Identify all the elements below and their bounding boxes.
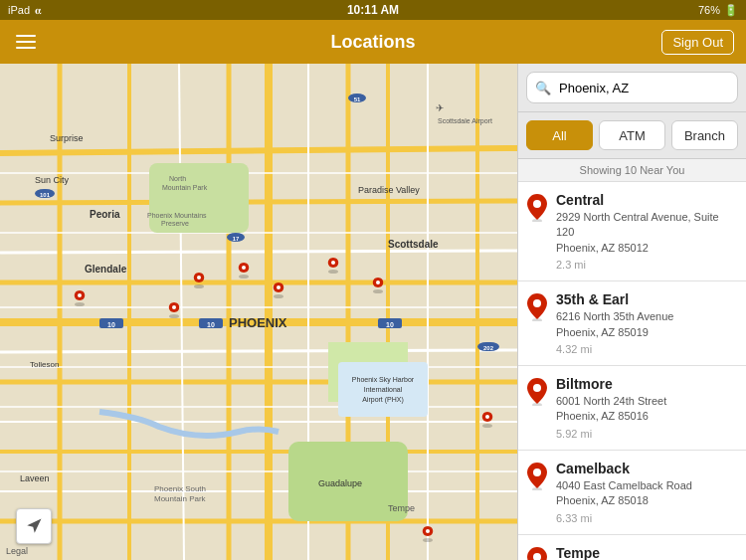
list-item[interactable]: 35th & Earl 6216 North 35th AvenuePhoeni… [518, 281, 746, 366]
search-container: 🔍 [518, 64, 746, 112]
filter-branch-button[interactable]: Branch [671, 120, 738, 150]
svg-point-79 [277, 285, 280, 289]
ipad-label: iPad [8, 4, 30, 16]
svg-text:Guadalupe: Guadalupe [318, 478, 362, 488]
location-info: Biltmore 6001 North 24th StreetPhoenix, … [556, 376, 738, 440]
pin-icon [526, 463, 548, 494]
svg-text:Phoenix Mountains: Phoenix Mountains [147, 212, 207, 219]
location-info: Tempe 1400 East Southern AvenueTempe, AZ… [556, 545, 738, 560]
svg-text:Mountain Park: Mountain Park [162, 184, 208, 191]
right-panel: 🔍 All ATM Branch Showing 10 Near You C [517, 64, 746, 560]
svg-point-70 [75, 302, 85, 306]
svg-text:PHOENIX: PHOENIX [229, 315, 287, 330]
svg-point-88 [533, 200, 541, 208]
location-list[interactable]: Central 2929 North Central Avenue, Suite… [518, 182, 746, 560]
location-address: 2929 North Central Avenue, Suite 120Phoe… [556, 210, 738, 256]
svg-point-92 [533, 384, 541, 392]
page-title: Locations [330, 32, 415, 53]
svg-text:17: 17 [233, 236, 240, 242]
svg-point-77 [242, 266, 246, 270]
location-name: 35th & Earl [556, 291, 738, 307]
svg-point-85 [426, 529, 430, 533]
battery-icon: 🔋 [724, 4, 738, 17]
svg-text:10: 10 [107, 321, 115, 328]
svg-text:Laveen: Laveen [20, 473, 50, 483]
list-item[interactable]: Central 2929 North Central Avenue, Suite… [518, 182, 746, 281]
list-item[interactable]: Camelback 4040 East Camelback RoadPhoeni… [518, 451, 746, 535]
search-icon: 🔍 [535, 81, 551, 95]
pin-icon [526, 378, 548, 410]
pin-icon [526, 194, 548, 226]
svg-point-69 [331, 261, 335, 265]
svg-text:Preserve: Preserve [161, 220, 189, 227]
svg-text:Surprise: Surprise [50, 133, 84, 143]
svg-point-73 [172, 305, 176, 309]
svg-text:10: 10 [386, 321, 394, 328]
pin-icon [526, 293, 548, 325]
svg-text:Airport (PHX): Airport (PHX) [362, 396, 404, 404]
svg-text:202: 202 [483, 345, 494, 351]
svg-point-83 [485, 415, 489, 419]
svg-point-81 [376, 280, 380, 284]
svg-text:Tolleson: Tolleson [30, 360, 59, 369]
map-image: 10 10 10 101 51 17 202 Phoenix Sky Harbo… [0, 64, 517, 560]
filter-all-button[interactable]: All [526, 120, 593, 150]
svg-point-80 [373, 289, 383, 293]
svg-text:North: North [169, 175, 186, 182]
status-right: 76% 🔋 [698, 4, 738, 17]
svg-text:Paradise Valley: Paradise Valley [358, 185, 420, 195]
location-name: Biltmore [556, 376, 738, 392]
location-name: Central [556, 192, 738, 208]
svg-text:Peoria: Peoria [90, 209, 120, 220]
pin-icon [526, 547, 548, 560]
svg-text:101: 101 [40, 192, 51, 198]
location-address: 6216 North 35th AvenuePhoenix, AZ 85019 [556, 309, 738, 340]
header: Locations Sign Out [0, 20, 746, 64]
location-distance: 2.3 mi [556, 259, 738, 271]
svg-text:Tempe: Tempe [388, 503, 415, 513]
status-bar: iPad 𝛂 10:11 AM 76% 🔋 [0, 0, 746, 20]
sign-out-button[interactable]: Sign Out [661, 30, 734, 55]
svg-point-71 [78, 293, 82, 297]
svg-text:51: 51 [354, 96, 361, 102]
svg-marker-86 [27, 519, 41, 533]
search-input[interactable] [526, 72, 738, 103]
location-info: 35th & Earl 6216 North 35th AvenuePhoeni… [556, 291, 738, 355]
location-info: Central 2929 North Central Avenue, Suite… [556, 192, 738, 271]
svg-text:✈: ✈ [436, 102, 444, 113]
svg-point-68 [328, 270, 338, 274]
status-left: iPad 𝛂 [8, 4, 42, 17]
my-location-button[interactable] [16, 508, 52, 544]
list-item[interactable]: Tempe 1400 East Southern AvenueTempe, AZ… [518, 535, 746, 560]
location-distance: 6.33 mi [556, 512, 738, 524]
svg-point-82 [482, 424, 492, 428]
filter-atm-button[interactable]: ATM [599, 120, 665, 150]
location-info: Camelback 4040 East Camelback RoadPhoeni… [556, 461, 738, 524]
svg-point-75 [197, 276, 201, 280]
svg-point-72 [169, 314, 179, 318]
svg-point-76 [239, 275, 249, 279]
location-distance: 5.92 mi [556, 428, 738, 440]
svg-text:Scottsdale Airport: Scottsdale Airport [438, 117, 492, 125]
wifi-icon: 𝛂 [35, 4, 42, 17]
svg-point-84 [423, 538, 433, 542]
svg-text:Glendale: Glendale [85, 264, 127, 275]
svg-text:Scottsdale: Scottsdale [388, 239, 439, 250]
svg-line-3 [0, 251, 517, 253]
svg-text:Sun City: Sun City [35, 175, 70, 185]
list-item[interactable]: Biltmore 6001 North 24th StreetPhoenix, … [518, 366, 746, 451]
search-wrapper: 🔍 [526, 72, 738, 103]
menu-button[interactable] [12, 31, 40, 53]
location-name: Tempe [556, 545, 738, 560]
svg-line-6 [0, 350, 517, 352]
map-area[interactable]: 10 10 10 101 51 17 202 Phoenix Sky Harbo… [0, 64, 517, 560]
svg-point-74 [194, 284, 204, 288]
location-address: 6001 North 24th StreetPhoenix, AZ 85016 [556, 394, 738, 425]
svg-text:Phoenix Sky Harbor: Phoenix Sky Harbor [352, 376, 415, 384]
filter-bar: All ATM Branch [518, 112, 746, 159]
battery-label: 76% [698, 4, 720, 16]
svg-text:Mountain Park: Mountain Park [154, 494, 207, 503]
svg-point-78 [274, 294, 283, 298]
legal-text: Legal [6, 546, 28, 556]
location-name: Camelback [556, 461, 738, 476]
